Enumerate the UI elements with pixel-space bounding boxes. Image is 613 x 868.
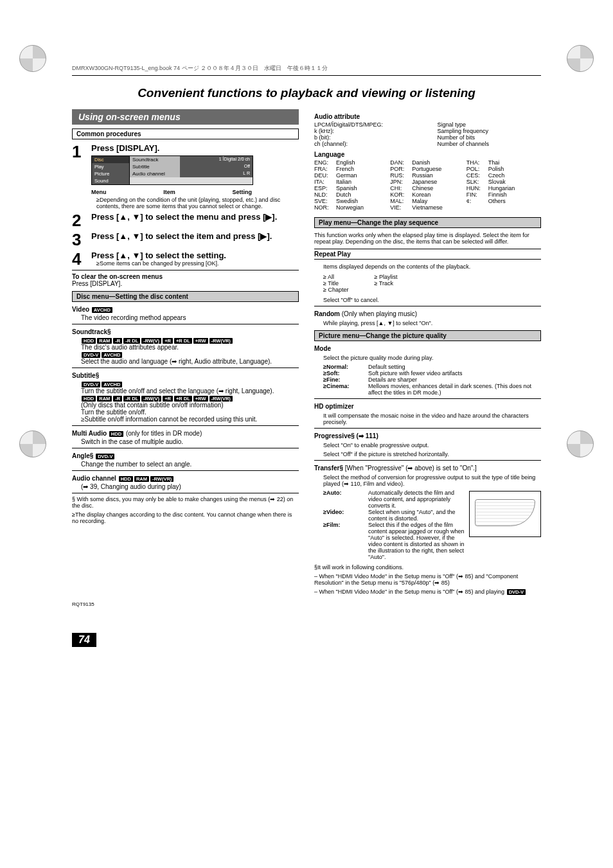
right-foot-heading: §It will work in following conditions.: [314, 564, 541, 571]
language-heading: Language: [314, 151, 541, 158]
lang-cell: DEU:: [314, 172, 335, 179]
transfer-val: Select this if the edges of the film con…: [368, 522, 465, 560]
lang-cell: ESP:: [314, 185, 335, 191]
lang-cell: Dutch: [336, 191, 389, 198]
lang-cell: Portuguese: [412, 166, 465, 172]
lang-cell: Danish: [412, 159, 465, 166]
lang-cell: [466, 204, 487, 211]
badge: -RW(VR): [209, 338, 233, 344]
transfer-val: Select when using "Auto", and the conten…: [368, 509, 465, 522]
lang-cell: HUN:: [466, 185, 487, 191]
audio-attribute-heading: Audio attribute: [314, 113, 541, 120]
badge: -R DL: [123, 338, 140, 344]
badge: RAM: [134, 476, 149, 482]
attr-val: Sampling frequency: [438, 128, 542, 134]
badge: DVD-V: [82, 382, 100, 387]
badge: +R DL: [174, 338, 192, 344]
osd-menu-sound: Sound: [92, 177, 130, 184]
badge: RAM: [97, 338, 112, 344]
lang-cell: ¢:: [466, 198, 487, 204]
subtitle-heading: Subtitle§: [72, 372, 99, 379]
transfer-key: ≥Film:: [323, 522, 368, 560]
video-heading: Video: [72, 306, 89, 313]
random-heading: Random: [314, 310, 340, 317]
step-num-3: 3: [72, 231, 85, 248]
badge-dvdv: DVD-V: [96, 454, 114, 459]
badge: RAM: [97, 396, 112, 402]
progressive-heading: Progressive§ (➡ 111): [314, 432, 541, 439]
audioch-heading: Audio channel: [72, 475, 116, 482]
lang-cell: Thai: [488, 159, 541, 166]
lang-cell: POL:: [466, 166, 487, 172]
badge: +RW: [193, 396, 208, 402]
audioch-text: (➡ 39, Changing audio during play): [81, 483, 299, 490]
mode-val: Soft picture with fewer video artifacts: [368, 370, 541, 376]
lang-cell: English: [336, 159, 389, 166]
osd-item-subtitle: Subtitle: [130, 163, 180, 170]
angle-heading: Angle§: [72, 452, 93, 459]
transfer-val: Automatically detects the film and video…: [368, 490, 465, 509]
disc-menu-bar: Disc menu—Setting the disc content: [72, 291, 299, 302]
osd-val-subtitle: Off: [180, 163, 253, 170]
attr-key: ch (channel):: [314, 141, 418, 147]
lang-cell: THA:: [466, 159, 487, 166]
left-footnote1: § With some discs, you may only be able …: [72, 496, 299, 509]
osd-item-soundtrack: Soundtrack: [130, 156, 180, 163]
left-footnote2: ≥The display changes according to the di…: [72, 511, 299, 524]
lang-cell: Finnish: [488, 191, 541, 198]
lang-cell: JPN:: [390, 179, 411, 185]
crop-mark: [19, 45, 46, 72]
crop-mark: [567, 430, 594, 457]
lang-cell: FRA:: [314, 166, 335, 172]
label-setting: Setting: [232, 189, 252, 195]
lang-cell: RUS:: [390, 172, 411, 179]
clear-text: Press [DISPLAY].: [72, 280, 299, 287]
badge: -R DL: [123, 396, 140, 402]
crop-mark: [567, 45, 594, 72]
lang-cell: [488, 204, 541, 211]
multiaudio-paren: (only for titles in DR mode): [126, 430, 202, 437]
using-onscreen-menus-bar: Using on-screen menus: [72, 109, 299, 125]
mode-key: ≥Fine:: [323, 376, 368, 383]
mode-val: Default setting: [368, 364, 541, 370]
badge: DVD-V: [82, 352, 100, 358]
binder-header: DMRXW300GN-RQT9135-L_eng.book 74 ページ ２００…: [72, 64, 541, 76]
osd-item-audioch: Audio channel: [130, 170, 180, 177]
badge: -RW(VR): [150, 476, 173, 482]
soundtrack-heading: Soundtrack§: [72, 328, 111, 335]
repeat-play-heading: Repeat Play: [314, 249, 541, 260]
crop-mark: [19, 430, 46, 457]
badge: -RW(V): [141, 396, 161, 402]
repeat-text: Items displayed depends on the contents …: [323, 263, 541, 270]
lang-cell: NLD:: [314, 191, 335, 198]
attr-val: Number of bits: [438, 134, 542, 141]
page-number: 74: [72, 633, 96, 647]
lang-cell: Polish: [488, 166, 541, 172]
lang-cell: Spanish: [336, 185, 389, 191]
progressive-text2: Select "Off" if the picture is stretched…: [323, 451, 541, 457]
transfer-cond: [When "Progressive" (➡ above) is set to …: [345, 465, 477, 472]
mode-val: Details are sharper: [368, 376, 541, 383]
lang-cell: KOR:: [390, 191, 411, 198]
mode-val: Mellows movies, enhances detail in dark …: [368, 383, 541, 396]
lang-cell: Malay: [412, 198, 465, 204]
lang-cell: SLK:: [466, 179, 487, 185]
clear-heading: To clear the on-screen menus: [72, 273, 299, 280]
soundtrack-line1: The disc's audio attributes appear.: [81, 344, 179, 351]
progressive-text1: Select "On" to enable progressive output…: [323, 442, 541, 448]
badge: HDD: [119, 476, 133, 482]
mode-text: Select the picture quality mode during p…: [323, 355, 541, 361]
lang-cell: Vietnamese: [412, 204, 465, 211]
repeat-item: Chapter: [323, 287, 348, 293]
lang-cell: Chinese: [412, 185, 465, 191]
badge: HDD: [82, 338, 96, 344]
multiaudio-text: Switch in the case of multiple audio.: [81, 438, 299, 445]
step2-instr: Press [▲, ▼] to select the menu and pres…: [91, 212, 299, 222]
badge: AVCHD: [102, 382, 122, 387]
repeat-item: Playlist: [374, 274, 397, 280]
lang-cell: French: [336, 166, 389, 172]
lang-cell: Korean: [412, 191, 465, 198]
multiaudio-heading: Multi Audio: [72, 430, 107, 437]
lang-cell: SVE:: [314, 198, 335, 204]
right-foot1: – When "HDMI Video Mode" in the Setup me…: [314, 573, 541, 586]
